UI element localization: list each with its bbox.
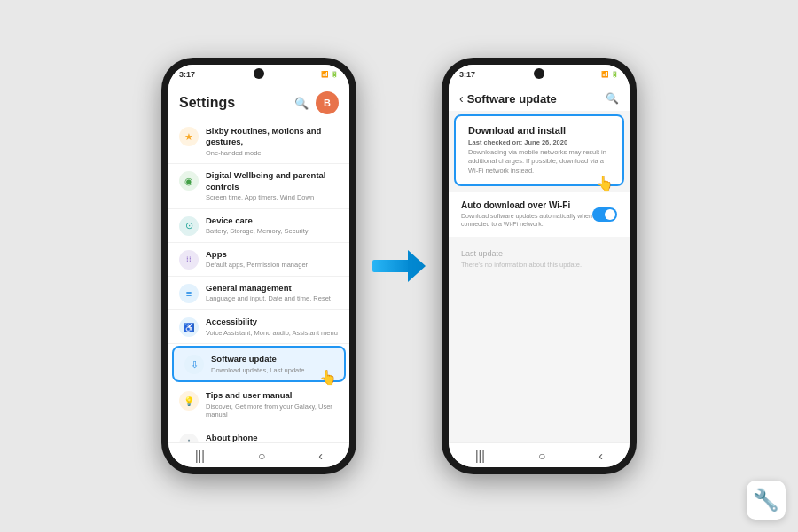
about-title: About phone — [206, 433, 339, 442]
settings-item-software-update[interactable]: ⇩ Software update Download updates, Last… — [172, 346, 346, 382]
sw-update-header: ‹ Software update 🔍 — [449, 84, 630, 111]
back-button[interactable]: ‹ — [459, 91, 464, 106]
logo-icon: 🔧 — [753, 488, 779, 512]
auto-download-section[interactable]: Auto download over Wi-Fi Download softwa… — [449, 192, 630, 237]
logo-badge: 🔧 — [747, 481, 786, 520]
device-care-title: Device care — [206, 215, 339, 226]
download-card-sub: Last checked on: June 26, 2020 Downloadi… — [468, 138, 610, 176]
nav-back-1[interactable]: ‹ — [318, 449, 323, 463]
scene: 3:17 📶 🔋 Settings 🔍 B ★ Bi — [0, 0, 798, 532]
settings-item-device-care[interactable]: ⊙ Device care Battery, Storage, Memory, … — [168, 209, 349, 243]
phone-settings: 3:17 📶 🔋 Settings 🔍 B ★ Bi — [161, 58, 356, 474]
general-sub: Language and input, Date and time, Reset — [206, 294, 339, 303]
apps-sub: Default apps, Permission manager — [206, 261, 339, 270]
hand-cursor-2: 👆 — [596, 175, 614, 192]
auto-download-sub: Download software updates automatically … — [461, 212, 592, 228]
nav-home-2[interactable]: ○ — [538, 449, 545, 463]
status-icons-1: 📶 🔋 — [321, 71, 339, 78]
phone-notch-2 — [534, 68, 544, 79]
download-card-title: Download and install — [468, 125, 610, 136]
settings-item-apps[interactable]: ⁞⁞ Apps Default apps, Permission manager — [168, 243, 349, 277]
download-install-card[interactable]: Download and install Last checked on: Ju… — [454, 114, 624, 186]
search-icon[interactable]: 🔍 — [294, 97, 309, 110]
sw-update-title: Software update — [467, 92, 606, 106]
tips-title: Tips and user manual — [206, 390, 339, 401]
tips-sub: Discover, Get more from your Galaxy, Use… — [206, 403, 339, 420]
last-update-title: Last update — [461, 249, 617, 258]
accessibility-icon: ♿ — [179, 317, 199, 337]
status-time-2: 3:17 — [459, 70, 475, 79]
nav-back-2[interactable]: ‹ — [598, 449, 603, 463]
about-icon: ℹ — [179, 434, 199, 442]
apps-title: Apps — [206, 249, 339, 260]
nav-home-1[interactable]: ○ — [258, 449, 265, 463]
settings-item-general[interactable]: ≡ General management Language and input,… — [168, 277, 349, 310]
nav-recents-2[interactable]: ||| — [475, 449, 485, 463]
auto-download-title: Auto download over Wi-Fi — [461, 200, 592, 210]
bixby-title: Bixby Routines, Motions and gestures, — [206, 126, 339, 148]
settings-item-about[interactable]: ℹ About phone Status, Legal information,… — [168, 426, 349, 442]
accessibility-sub: Voice Assistant, Mono audio, Assistant m… — [206, 329, 339, 338]
toggle-knob — [605, 209, 615, 220]
device-care-sub: Battery, Storage, Memory, Security — [206, 227, 339, 236]
digital-wellbeing-icon: ◉ — [179, 171, 199, 191]
digital-wellbeing-sub: Screen time, App timers, Wind Down — [206, 193, 339, 202]
arrow-container — [372, 250, 426, 282]
device-care-icon: ⊙ — [179, 216, 199, 236]
bixby-icon: ★ — [179, 127, 199, 146]
settings-item-accessibility[interactable]: ♿ Accessibility Voice Assistant, Mono au… — [168, 310, 349, 344]
bottom-nav-2: ||| ○ ‹ — [449, 442, 630, 467]
arrow-body — [372, 260, 411, 272]
arrow-head — [408, 250, 426, 282]
general-title: General management — [206, 283, 339, 293]
navigation-arrow — [372, 250, 426, 282]
last-update-sub: There's no information about this update… — [461, 261, 617, 269]
auto-download-toggle[interactable] — [592, 207, 617, 222]
account-avatar[interactable]: B — [316, 91, 339, 114]
software-update-sub: Download updates, Last update — [211, 366, 333, 375]
settings-item-bixby[interactable]: ★ Bixby Routines, Motions and gestures, … — [168, 120, 349, 164]
apps-icon: ⁞⁞ — [179, 250, 199, 270]
sw-search-icon[interactable]: 🔍 — [606, 92, 619, 105]
settings-item-digital-wellbeing[interactable]: ◉ Digital Wellbeing and parental control… — [168, 164, 349, 208]
nav-recents-1[interactable]: ||| — [195, 449, 205, 463]
general-icon: ≡ — [179, 284, 199, 303]
phone-software-update: 3:17 📶 🔋 ‹ Software update 🔍 Download an… — [442, 58, 637, 474]
phone-notch — [254, 68, 264, 79]
software-update-title: Software update — [211, 354, 333, 364]
settings-header: Settings 🔍 B — [168, 84, 349, 120]
accessibility-title: Accessibility — [206, 317, 339, 327]
settings-header-icons: 🔍 B — [294, 91, 339, 114]
sw-content: Download and install Last checked on: Ju… — [449, 111, 630, 442]
last-update-section: Last update There's no information about… — [449, 239, 630, 279]
bottom-nav-1: ||| ○ ‹ — [168, 442, 349, 467]
tips-icon: 💡 — [179, 391, 199, 411]
status-icons-2: 📶 🔋 — [601, 71, 619, 78]
status-time-1: 3:17 — [179, 70, 195, 79]
settings-list: ★ Bixby Routines, Motions and gestures, … — [168, 120, 349, 442]
bixby-sub: One-handed mode — [206, 149, 339, 158]
settings-title: Settings — [179, 95, 235, 111]
software-update-icon: ⇩ — [184, 355, 204, 374]
settings-item-tips[interactable]: 💡 Tips and user manual Discover, Get mor… — [168, 384, 349, 426]
digital-wellbeing-title: Digital Wellbeing and parental controls — [206, 170, 339, 192]
